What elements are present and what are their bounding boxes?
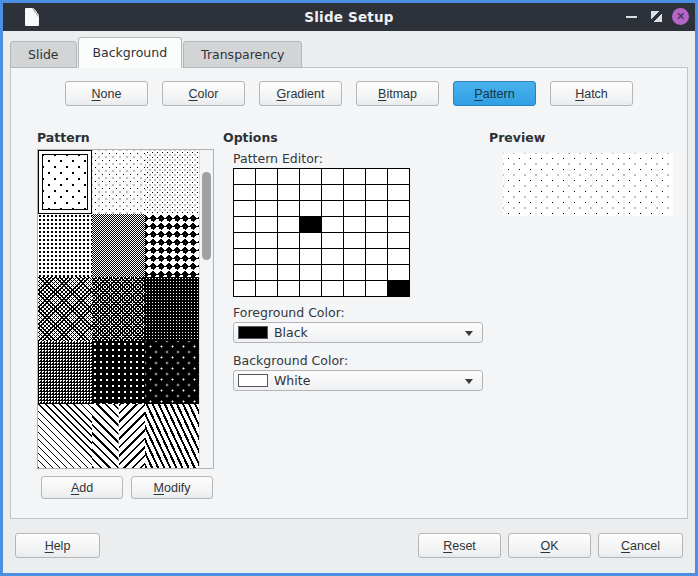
pattern-editor-cell[interactable] <box>255 264 277 280</box>
pattern-editor-cell[interactable] <box>387 200 409 216</box>
pattern-editor-cell[interactable] <box>299 216 321 232</box>
pattern-editor-cell[interactable] <box>299 184 321 200</box>
pattern-editor-cell[interactable] <box>365 264 387 280</box>
pattern-editor-cell[interactable] <box>255 184 277 200</box>
pattern-swatch-crosshatch-light[interactable] <box>38 277 92 341</box>
pattern-swatch-crosshatch-dark[interactable] <box>92 277 146 341</box>
pattern-editor-cell[interactable] <box>365 280 387 296</box>
pattern-editor-cell[interactable] <box>321 264 343 280</box>
pattern-editor-cell[interactable] <box>343 200 365 216</box>
pattern-swatch-dots-medium[interactable] <box>92 150 146 214</box>
pattern-swatch-diagonal-lines-steep[interactable] <box>145 404 199 468</box>
pattern-swatch-dots-sparse[interactable] <box>38 150 92 214</box>
pattern-editor-cell[interactable] <box>343 216 365 232</box>
tab-transparency[interactable]: Transparency <box>183 41 302 68</box>
pattern-editor-cell[interactable] <box>255 232 277 248</box>
pattern-editor-cell[interactable] <box>277 216 299 232</box>
pattern-editor-cell[interactable] <box>233 248 255 264</box>
pattern-editor-cell[interactable] <box>387 184 409 200</box>
color-button[interactable]: Color <box>162 81 245 106</box>
pattern-editor-cell[interactable] <box>299 264 321 280</box>
gradient-button[interactable]: Gradient <box>259 81 342 106</box>
pattern-editor-cell[interactable] <box>299 168 321 184</box>
pattern-editor-cell[interactable] <box>365 232 387 248</box>
minimize-icon[interactable] <box>626 16 637 18</box>
pattern-editor-cell[interactable] <box>387 216 409 232</box>
pattern-swatch-woven-dark[interactable] <box>145 277 199 341</box>
pattern-editor-cell[interactable] <box>321 232 343 248</box>
pattern-editor-cell[interactable] <box>387 264 409 280</box>
pattern-swatch-dither-75[interactable] <box>38 341 92 405</box>
pattern-editor-cell[interactable] <box>365 248 387 264</box>
pattern-editor-cell[interactable] <box>343 184 365 200</box>
pattern-editor-cell[interactable] <box>321 280 343 296</box>
pattern-editor-cell[interactable] <box>277 232 299 248</box>
pattern-editor-cell[interactable] <box>321 184 343 200</box>
pattern-editor-cell[interactable] <box>299 248 321 264</box>
hatch-button[interactable]: Hatch <box>550 81 633 106</box>
pattern-editor-cell[interactable] <box>299 200 321 216</box>
pattern-swatch-herringbone[interactable] <box>92 404 146 468</box>
add-button[interactable]: Add <box>41 476 123 499</box>
pattern-editor-cell[interactable] <box>233 232 255 248</box>
restore-icon[interactable] <box>651 11 662 22</box>
pattern-editor-cell[interactable] <box>321 200 343 216</box>
pattern-editor-cell[interactable] <box>343 248 365 264</box>
close-icon[interactable]: ✕ <box>672 8 689 25</box>
ok-button[interactable]: OK <box>508 533 591 558</box>
scrollbar-thumb[interactable] <box>202 172 211 260</box>
pattern-button[interactable]: Pattern <box>453 81 536 106</box>
pattern-editor-cell[interactable] <box>255 280 277 296</box>
pattern-editor-cell[interactable] <box>233 184 255 200</box>
pattern-editor-cell[interactable] <box>277 248 299 264</box>
background-color-dropdown[interactable]: White <box>233 370 483 391</box>
pattern-editor-cell[interactable] <box>365 184 387 200</box>
pattern-editor-cell[interactable] <box>233 264 255 280</box>
pattern-editor-cell[interactable] <box>343 168 365 184</box>
pattern-editor-cell[interactable] <box>233 168 255 184</box>
pattern-editor-cell[interactable] <box>255 216 277 232</box>
pattern-swatch-inverse-dot-grid[interactable] <box>92 341 146 405</box>
reset-button[interactable]: Reset <box>418 533 501 558</box>
foreground-color-dropdown[interactable]: Black <box>233 322 483 343</box>
pattern-editor-cell[interactable] <box>365 200 387 216</box>
pattern-editor-cell[interactable] <box>387 168 409 184</box>
bitmap-button[interactable]: Bitmap <box>356 81 439 106</box>
pattern-editor-cell[interactable] <box>387 280 409 296</box>
pattern-editor-cell[interactable] <box>343 232 365 248</box>
pattern-editor-cell[interactable] <box>365 168 387 184</box>
pattern-editor-cell[interactable] <box>321 168 343 184</box>
pattern-swatch-diagonal-lines[interactable] <box>38 404 92 468</box>
pattern-swatch-dots-grid[interactable] <box>38 214 92 278</box>
pattern-editor-cell[interactable] <box>365 216 387 232</box>
pattern-editor-cell[interactable] <box>387 248 409 264</box>
pattern-editor-cell[interactable] <box>321 216 343 232</box>
pattern-editor-cell[interactable] <box>277 184 299 200</box>
pattern-editor-cell[interactable] <box>233 280 255 296</box>
pattern-editor-cell[interactable] <box>277 264 299 280</box>
tab-slide[interactable]: Slide <box>10 41 77 68</box>
pattern-editor-cell[interactable] <box>255 248 277 264</box>
cancel-button[interactable]: Cancel <box>598 533 683 558</box>
pattern-editor-cell[interactable] <box>255 200 277 216</box>
pattern-editor-cell[interactable] <box>343 280 365 296</box>
pattern-editor-cell[interactable] <box>277 200 299 216</box>
pattern-editor-cell[interactable] <box>343 264 365 280</box>
pattern-swatch-inverse-dots-sparse[interactable] <box>145 341 199 405</box>
none-button[interactable]: None <box>65 81 148 106</box>
pattern-editor-cell[interactable] <box>299 280 321 296</box>
pattern-editor-cell[interactable] <box>277 280 299 296</box>
tab-background[interactable]: Background <box>78 37 183 68</box>
pattern-swatch-dither-50[interactable] <box>92 214 146 278</box>
pattern-list-scrollbar[interactable] <box>199 150 213 468</box>
modify-button[interactable]: Modify <box>131 476 213 499</box>
pattern-editor-cell[interactable] <box>255 168 277 184</box>
pattern-editor-cell[interactable] <box>321 248 343 264</box>
pattern-editor-cell[interactable] <box>299 232 321 248</box>
pattern-swatch-diagonal-checker[interactable] <box>145 214 199 278</box>
pattern-editor-cell[interactable] <box>233 216 255 232</box>
help-button[interactable]: Help <box>15 533 100 558</box>
pattern-editor-cell[interactable] <box>277 168 299 184</box>
pattern-swatch-dots-dense[interactable] <box>145 150 199 214</box>
pattern-editor-cell[interactable] <box>233 200 255 216</box>
